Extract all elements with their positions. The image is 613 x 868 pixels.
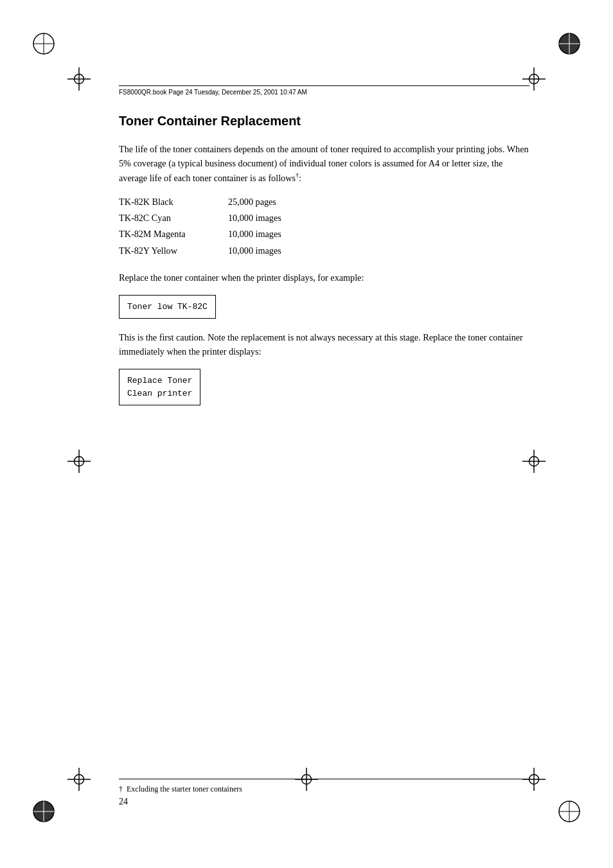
reg-mark-bl-circle bbox=[32, 800, 55, 823]
code-box-1: Toner low TK-82C bbox=[119, 295, 216, 319]
toner-table: TK-82K Black 25,000 pages TK-82C Cyan 10… bbox=[119, 195, 529, 258]
toner-model-2: TK-82C Cyan bbox=[119, 211, 228, 225]
toner-pages-2: 10,000 images bbox=[228, 211, 281, 225]
code-box-2-line1: Replace Toner bbox=[127, 376, 192, 385]
reg-mark-tl-circle bbox=[32, 32, 55, 55]
toner-row-4: TK-82Y Yellow 10,000 images bbox=[119, 244, 529, 258]
reg-mark-right-mid bbox=[522, 450, 546, 473]
toner-row-1: TK-82K Black 25,000 pages bbox=[119, 195, 529, 209]
toner-model-3: TK-82M Magenta bbox=[119, 227, 228, 241]
reg-mark-br-circle bbox=[558, 800, 581, 823]
reg-mark-inner-bl bbox=[67, 768, 91, 791]
code-box-2: Replace Toner Clean printer bbox=[119, 369, 200, 405]
page-number: 24 bbox=[119, 797, 128, 807]
toner-row-2: TK-82C Cyan 10,000 images bbox=[119, 211, 529, 225]
toner-pages-1: 25,000 pages bbox=[228, 195, 276, 209]
toner-pages-3: 10,000 images bbox=[228, 227, 281, 241]
toner-pages-4: 10,000 images bbox=[228, 244, 281, 258]
reg-mark-inner-tl bbox=[67, 67, 91, 91]
toner-row-3: TK-82M Magenta 10,000 images bbox=[119, 227, 529, 241]
footnote-area: † Excluding the starter toner containers bbox=[119, 779, 529, 794]
page: FS8000QR.book Page 24 Tuesday, December … bbox=[0, 0, 613, 868]
reg-mark-tr-circle bbox=[558, 32, 581, 55]
toner-model-4: TK-82Y Yellow bbox=[119, 244, 228, 258]
footnote-text: Excluding the starter toner containers bbox=[127, 784, 242, 793]
replace-text: Replace the toner container when the pri… bbox=[119, 270, 529, 285]
section-title: Toner Container Replacement bbox=[119, 111, 529, 130]
caution-text: This is the first caution. Note the repl… bbox=[119, 330, 529, 359]
intro-paragraph: The life of the toner containers depends… bbox=[119, 142, 529, 185]
header-bar: FS8000QR.book Page 24 Tuesday, December … bbox=[119, 85, 529, 96]
code-box-2-line2: Clean printer bbox=[127, 389, 192, 398]
header-text: FS8000QR.book Page 24 Tuesday, December … bbox=[119, 89, 307, 96]
content-area: Toner Container Replacement The life of … bbox=[119, 100, 529, 417]
toner-model-1: TK-82K Black bbox=[119, 195, 228, 209]
reg-mark-left-mid bbox=[67, 450, 91, 473]
footnote-symbol: † bbox=[119, 784, 123, 793]
